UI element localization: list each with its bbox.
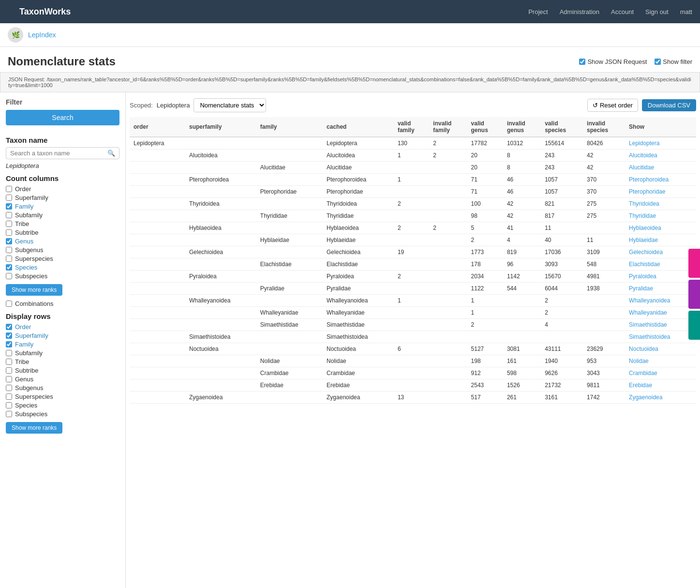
cell-show[interactable]: Noctuoidea [625, 343, 696, 355]
show-link[interactable]: Pterophoridae [629, 188, 665, 195]
cell-show[interactable]: Nolidae [625, 355, 696, 367]
nav-user[interactable]: matt [680, 8, 692, 15]
show-link[interactable]: Alucitoidea [629, 152, 657, 159]
feedback-tab-2[interactable] [688, 280, 700, 309]
count-subspecies-checkbox[interactable] [6, 273, 12, 279]
cell-show[interactable]: Simaethistidae [625, 319, 696, 331]
show-link[interactable]: Lepidoptera [629, 140, 659, 147]
cell-show[interactable]: Whalleyanidae [625, 307, 696, 319]
count-superfamily-checkbox[interactable] [6, 195, 12, 201]
cell-show[interactable]: Pyraloidea [625, 271, 696, 283]
cell-show[interactable]: Alucitoidea [625, 150, 696, 162]
cell-show[interactable]: Alucitidae [625, 162, 696, 174]
display-superfamily-checkbox[interactable] [6, 332, 12, 339]
show-link[interactable]: Gelechioidea [629, 249, 663, 256]
show-link[interactable]: Alucitidae [629, 164, 654, 171]
count-family-checkbox[interactable] [6, 203, 12, 210]
display-subtribe-checkbox[interactable] [6, 367, 12, 374]
cell-valid_genus: 912 [467, 367, 503, 379]
show-json-checkbox[interactable] [579, 59, 585, 65]
search-button[interactable]: Search [6, 110, 119, 125]
brand-logo[interactable]: TaxonWorks [19, 7, 71, 17]
show-more-ranks-button-1[interactable]: Show more ranks [6, 284, 62, 296]
search-box[interactable]: 🔍 [6, 147, 119, 159]
nav-project[interactable]: Project [528, 8, 548, 15]
cell-show[interactable]: Zygaenoidea [625, 392, 696, 404]
search-input[interactable] [10, 150, 107, 157]
cell-valid_species: 21732 [541, 379, 583, 392]
display-genus-checkbox[interactable] [6, 376, 12, 382]
show-json-label[interactable]: Show JSON Request [579, 58, 647, 65]
show-link[interactable]: Thyrididae [629, 212, 656, 219]
display-tribe-checkbox[interactable] [6, 359, 12, 365]
reset-order-button[interactable]: ↺ Reset order [587, 99, 638, 112]
show-link[interactable]: Whalleyanidae [629, 309, 667, 316]
show-link[interactable]: Hyblaeidae [629, 237, 658, 243]
nav-account[interactable]: Account [611, 8, 634, 15]
project-link[interactable]: LepIndex [28, 31, 56, 39]
show-link[interactable]: Simaethistidae [629, 321, 667, 328]
show-link[interactable]: Elachistidae [629, 261, 660, 268]
cell-show[interactable]: Gelechioidea [625, 246, 696, 258]
table-row: AlucitidaeAlucitidae20824342Alucitidae [130, 162, 696, 174]
nomenclature-select[interactable]: Nomenclature stats [194, 99, 266, 112]
cell-show[interactable]: Pterophoroidea [625, 174, 696, 186]
display-species-checkbox[interactable] [6, 402, 12, 408]
cell-show[interactable]: Pyralidae [625, 283, 696, 295]
show-link[interactable]: Noctuoidea [629, 346, 658, 352]
show-link[interactable]: Zygaenoidea [629, 394, 662, 401]
display-order-checkbox[interactable] [6, 324, 12, 330]
cell-invalid_family [429, 186, 467, 198]
show-link[interactable]: Erebidae [629, 382, 652, 389]
count-subfamily-checkbox[interactable] [6, 212, 12, 218]
show-link[interactable]: Whalleyanoidea [629, 297, 670, 304]
cell-invalid_family: 2 [429, 222, 467, 234]
feedback-tab-3[interactable] [688, 311, 700, 340]
cell-show[interactable]: Hyblaeidae [625, 234, 696, 246]
show-link[interactable]: Thyridoidea [629, 200, 659, 207]
feedback-tab-1[interactable] [688, 249, 700, 278]
show-link[interactable]: Nolidae [629, 358, 649, 364]
count-superspecies-checkbox[interactable] [6, 256, 12, 262]
content-area: Scoped: Lepidoptera Nomenclature stats ↺… [126, 92, 700, 588]
cell-show[interactable]: Simaethistoidea [625, 331, 696, 343]
cell-show[interactable]: Lepidoptera [625, 137, 696, 150]
cell-show[interactable]: Thyridoidea [625, 198, 696, 210]
show-more-ranks-button-2[interactable]: Show more ranks [6, 422, 62, 434]
show-link[interactable]: Crambidae [629, 370, 657, 377]
cell-show[interactable]: Hyblaeoidea [625, 222, 696, 234]
nomenclature-dropdown[interactable]: Nomenclature stats [194, 98, 266, 112]
cell-show[interactable]: Crambidae [625, 367, 696, 379]
display-subspecies-checkbox[interactable] [6, 411, 12, 417]
show-filter-label[interactable]: Show filter [655, 58, 692, 65]
cell-show[interactable]: Elachistidae [625, 258, 696, 271]
count-genus-checkbox[interactable] [6, 238, 12, 244]
cell-show[interactable]: Erebidae [625, 379, 696, 392]
display-subfamily-checkbox[interactable] [6, 350, 12, 356]
cell-show[interactable]: Thyrididae [625, 210, 696, 222]
show-link[interactable]: Pyraloidea [629, 273, 656, 280]
count-subtribe-checkbox[interactable] [6, 229, 12, 236]
display-subgenus-item: Subgenus [6, 384, 119, 392]
count-subgenus-checkbox[interactable] [6, 247, 12, 253]
show-link[interactable]: Pterophoroidea [629, 176, 669, 183]
count-combinations-checkbox[interactable] [6, 301, 12, 307]
show-link[interactable]: Simaethistoidea [629, 333, 670, 340]
nav-administration[interactable]: Administration [560, 8, 599, 15]
download-csv-button[interactable]: Download CSV [642, 99, 696, 111]
display-subgenus-checkbox[interactable] [6, 385, 12, 391]
show-link[interactable]: Pyralidae [629, 285, 653, 292]
count-order-checkbox[interactable] [6, 186, 12, 192]
display-family-checkbox[interactable] [6, 341, 12, 347]
count-species-checkbox[interactable] [6, 264, 12, 271]
cell-valid_genus: 1 [467, 307, 503, 319]
cell-show[interactable]: Whalleyanoidea [625, 295, 696, 307]
cell-invalid_family [429, 367, 467, 379]
count-tribe-checkbox[interactable] [6, 221, 12, 227]
show-filter-checkbox[interactable] [655, 59, 661, 65]
cell-valid_species: 2 [541, 307, 583, 319]
nav-signout[interactable]: Sign out [645, 8, 669, 15]
display-superspecies-checkbox[interactable] [6, 393, 12, 400]
cell-show[interactable]: Pterophoridae [625, 186, 696, 198]
show-link[interactable]: Hyblaeoidea [629, 225, 661, 231]
